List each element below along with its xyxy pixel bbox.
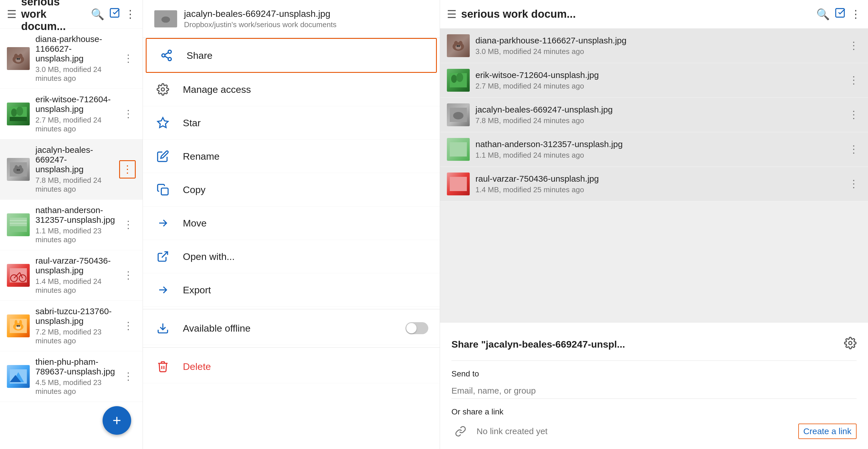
search-icon-right[interactable]: 🔍 xyxy=(816,8,830,21)
manage-access-label: Manage access xyxy=(183,84,251,95)
copy-menu-item[interactable]: Copy xyxy=(143,173,440,206)
thumbnail xyxy=(7,264,30,287)
delete-menu-item[interactable]: Delete xyxy=(143,350,440,383)
file-name: thien-phu-pham-789637-unsplash.jpg xyxy=(35,357,115,377)
file-info: erik-witsoe-712604-unsplash.jpg 2.7 MB, … xyxy=(35,95,115,133)
thumbnail xyxy=(447,69,470,92)
share-label: Share xyxy=(187,50,213,61)
file-meta: 7.8 MB, modified 24 minutes ago xyxy=(35,176,114,194)
svg-line-43 xyxy=(165,53,168,55)
delete-label: Delete xyxy=(183,361,211,372)
svg-point-29 xyxy=(14,320,18,326)
share-menu-item[interactable]: Share xyxy=(146,38,437,73)
svg-point-6 xyxy=(18,58,20,60)
thumbnail xyxy=(447,172,470,195)
or-share-label: Or share a link xyxy=(452,407,857,416)
svg-rect-62 xyxy=(450,177,467,191)
file-info: jacalyn-beales-669247-unsplash.jpg 7.8 M… xyxy=(35,145,114,194)
svg-rect-61 xyxy=(450,142,467,157)
share-settings-icon[interactable] xyxy=(844,337,857,352)
open-with-icon xyxy=(154,248,172,265)
share-dialog: Share "jacalyn-beales-669247-unspl... Se… xyxy=(440,322,868,449)
svg-line-42 xyxy=(165,56,168,58)
svg-rect-49 xyxy=(836,8,844,17)
file-more-button[interactable]: ⋮ xyxy=(846,37,861,54)
right-panel: ☰ serious work docum... 🔍 ⋮ diana-parkho… xyxy=(440,0,868,449)
delete-icon xyxy=(154,358,172,375)
file-info: sabri-tuzcu-213760-unsplash.jpg 7.2 MB, … xyxy=(35,307,115,345)
file-more-button[interactable]: ⋮ xyxy=(846,72,861,89)
file-more-button[interactable]: ⋮ xyxy=(119,160,136,179)
svg-point-54 xyxy=(457,45,458,47)
list-item: raul-varzar-750436-unsplash.jpg 1.4 MB, … xyxy=(440,167,868,201)
task-icon-right[interactable] xyxy=(834,7,846,21)
offline-toggle[interactable] xyxy=(405,322,428,334)
file-info: raul-varzar-750436-unsplash.jpg 1.4 MB, … xyxy=(35,256,115,295)
file-meta: 1.1 MB, modified 23 minutes ago xyxy=(35,226,115,244)
star-menu-item[interactable]: Star xyxy=(143,106,440,140)
file-meta: 7.8 MB, modified 24 minutes ago xyxy=(475,116,841,125)
svg-point-60 xyxy=(453,112,463,119)
left-header: ☰ serious work docum... 🔍 ⋮ xyxy=(0,0,143,29)
file-info: jacalyn-beales-669247-unsplash.jpg 7.8 M… xyxy=(475,105,841,125)
link-status: No link created yet xyxy=(476,426,792,436)
move-icon xyxy=(154,215,172,232)
file-meta: 3.0 MB, modified 24 minutes ago xyxy=(35,65,115,83)
send-to-label: Send to xyxy=(452,369,857,379)
context-file-info: jacalyn-beales-669247-unsplash.jpg Dropb… xyxy=(184,8,428,29)
email-input[interactable] xyxy=(452,383,857,399)
file-more-button[interactable]: ⋮ xyxy=(121,318,136,334)
fab-button[interactable]: + xyxy=(102,406,131,435)
file-name: nathan-anderson-312357-unsplash.jpg xyxy=(475,139,841,149)
svg-rect-0 xyxy=(110,8,119,17)
file-more-button[interactable]: ⋮ xyxy=(846,175,861,192)
thumbnail xyxy=(7,158,30,181)
file-more-button[interactable]: ⋮ xyxy=(121,217,136,233)
file-more-button[interactable]: ⋮ xyxy=(846,141,861,158)
file-name: raul-varzar-750436-unsplash.jpg xyxy=(475,174,841,184)
open-with-label: Open with... xyxy=(183,251,235,262)
file-info: nathan-anderson-312357-unsplash.jpg 1.1 … xyxy=(475,139,841,160)
svg-point-33 xyxy=(18,325,20,327)
page-title: serious work docum... xyxy=(21,0,86,33)
file-name: erik-witsoe-712604-unsplash.jpg xyxy=(475,70,841,80)
file-info: diana-parkhouse-1166627-unsplash.jpg 3.0… xyxy=(35,34,115,83)
share-icon xyxy=(158,47,175,64)
offline-icon xyxy=(154,320,172,337)
offline-label: Available offline xyxy=(183,323,251,334)
export-menu-item[interactable]: Export xyxy=(143,274,440,307)
file-more-button[interactable]: ⋮ xyxy=(121,267,136,284)
manage-access-menu-item[interactable]: Manage access xyxy=(143,73,440,106)
file-more-button[interactable]: ⋮ xyxy=(846,106,861,123)
svg-rect-46 xyxy=(161,188,168,195)
file-meta: 7.2 MB, modified 23 minutes ago xyxy=(35,328,115,345)
offline-menu-item[interactable]: Available offline xyxy=(143,312,440,345)
more-icon-right[interactable]: ⋮ xyxy=(850,8,861,21)
link-row: No link created yet Create a link xyxy=(452,422,857,441)
file-more-button[interactable]: ⋮ xyxy=(121,368,136,385)
svg-marker-45 xyxy=(158,118,168,128)
svg-point-38 xyxy=(161,17,170,23)
move-menu-item[interactable]: Move xyxy=(143,206,440,240)
menu-icon-right[interactable]: ☰ xyxy=(447,8,457,21)
list-item: nathan-anderson-312357-unsplash.jpg 1.1 … xyxy=(440,132,868,167)
rename-menu-item[interactable]: Rename xyxy=(143,140,440,173)
file-meta: 1.1 MB, modified 24 minutes ago xyxy=(475,151,841,160)
create-link-button[interactable]: Create a link xyxy=(798,424,857,439)
thumbnail xyxy=(447,103,470,126)
file-meta: 2.7 MB, modified 24 minutes ago xyxy=(475,82,841,91)
open-with-menu-item[interactable]: Open with... xyxy=(143,240,440,274)
share-title-row: Share "jacalyn-beales-669247-unspl... xyxy=(452,331,857,361)
file-info: raul-varzar-750436-unsplash.jpg 1.4 MB, … xyxy=(475,174,841,194)
more-icon[interactable]: ⋮ xyxy=(125,8,136,21)
thumbnail xyxy=(7,213,30,236)
file-more-button[interactable]: ⋮ xyxy=(121,50,136,67)
svg-point-39 xyxy=(168,50,172,54)
task-icon[interactable] xyxy=(109,7,120,21)
search-icon[interactable]: 🔍 xyxy=(91,8,104,21)
thumbnail xyxy=(447,34,470,57)
svg-point-53 xyxy=(456,45,461,50)
menu-icon[interactable]: ☰ xyxy=(7,8,17,21)
file-more-button[interactable]: ⋮ xyxy=(121,106,136,122)
svg-point-15 xyxy=(17,169,18,171)
